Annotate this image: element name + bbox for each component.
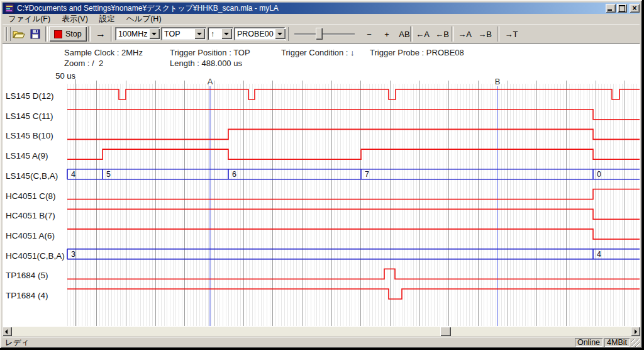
- sample-clock-combo[interactable]: 100MHz: [115, 27, 160, 40]
- stop-label: Stop: [65, 30, 82, 38]
- stop-icon: [54, 30, 62, 38]
- status-memory: 4MBit: [604, 338, 630, 347]
- menu-settings[interactable]: 設定: [94, 13, 121, 25]
- slider-track: [294, 33, 355, 35]
- signal-trace: [67, 110, 640, 120]
- zoom-slider[interactable]: [293, 27, 356, 41]
- app-icon: [4, 3, 14, 13]
- channel-label: LS145(C,B,A): [6, 171, 58, 181]
- sample-clock-value: 100MHz: [118, 30, 148, 38]
- horizontal-scrollbar[interactable]: [3, 327, 640, 336]
- channel-label: LS145 A(9): [6, 151, 48, 161]
- bus-value: 4: [71, 170, 75, 179]
- goto-marker-a-right-button[interactable]: →A: [455, 27, 474, 41]
- status-message: レディ: [3, 337, 575, 348]
- signal-trace: [67, 229, 640, 239]
- goto-trigger-button[interactable]: →T: [502, 27, 521, 41]
- right-arrow-icon: [635, 329, 637, 334]
- channel-label: HC4051(C,B,A): [6, 251, 65, 261]
- signal-trace: [67, 149, 640, 159]
- channel-label: LS145 B(10): [6, 131, 53, 140]
- signal-trace: [67, 289, 640, 299]
- toolbar-separator: [410, 26, 413, 42]
- title-bar: C:¥Documents and Settings¥noname¥デスクトップ¥…: [3, 3, 640, 14]
- close-button[interactable]: ×: [630, 4, 640, 13]
- signal-trace: [67, 269, 640, 279]
- status-online: Online: [575, 338, 602, 347]
- scroll-right-button[interactable]: [631, 327, 640, 336]
- save-floppy-icon: [30, 29, 40, 39]
- maximize-icon: [619, 5, 625, 12]
- channel-label: HC4051 A(6): [6, 231, 55, 240]
- bus-value: 0: [597, 170, 601, 179]
- bus-value: 3: [71, 250, 75, 259]
- toolbar-grip: [8, 27, 11, 41]
- menu-bar: ファイル(F) 表示(V) 設定 ヘルプ(H): [3, 14, 640, 24]
- dropdown-arrow-icon[interactable]: [275, 28, 286, 39]
- signal-trace: [67, 129, 640, 139]
- probe-combo[interactable]: PROBE00: [234, 27, 285, 40]
- trigger-position-value: TOP: [164, 30, 193, 38]
- scrollbar-thumb[interactable]: [440, 327, 451, 336]
- goto-marker-a-left-button[interactable]: ←A: [413, 27, 432, 41]
- minimize-button[interactable]: [606, 4, 616, 13]
- signal-trace: [67, 189, 640, 200]
- toolbar-separator: [497, 26, 499, 42]
- marker-label: A: [208, 77, 213, 86]
- channel-label: HC4051 B(7): [6, 211, 55, 220]
- signal-trace: [67, 209, 640, 219]
- bus-value: 6: [232, 170, 236, 179]
- maximize-button[interactable]: [617, 4, 627, 13]
- channel-label: LS145 C(11): [6, 111, 53, 121]
- toolbar-separator: [88, 26, 91, 42]
- toolbar-grip: [4, 27, 7, 41]
- save-button[interactable]: [28, 27, 43, 41]
- scroll-left-button[interactable]: [3, 327, 12, 336]
- signal-trace: [67, 89, 640, 99]
- run-button[interactable]: →: [93, 27, 108, 41]
- bus-value: 4: [597, 250, 601, 259]
- zoom-in-button[interactable]: +: [379, 27, 395, 41]
- dropdown-arrow-icon[interactable]: [149, 28, 160, 39]
- goto-marker-b-left-button[interactable]: ←B: [433, 27, 452, 41]
- toolbar-separator: [111, 26, 113, 42]
- app-window: C:¥Documents and Settings¥noname¥デスクトップ¥…: [0, 0, 642, 348]
- status-bar: レディ Online 4MBit: [3, 337, 640, 347]
- menu-file[interactable]: ファイル(F): [3, 13, 56, 25]
- open-button[interactable]: [11, 27, 26, 41]
- window-title: C:¥Documents and Settings¥noname¥デスクトップ¥…: [17, 3, 604, 14]
- slider-thumb[interactable]: [316, 28, 323, 40]
- resize-grip[interactable]: [631, 339, 640, 347]
- menu-view[interactable]: 表示(V): [56, 13, 94, 25]
- bus-value: 7: [365, 170, 369, 179]
- close-icon: ×: [632, 5, 636, 11]
- trigger-edge-combo[interactable]: ↑: [208, 27, 233, 40]
- channel-label: LS145 D(12): [6, 91, 54, 101]
- toolbar-separator: [45, 26, 48, 42]
- trigger-position-combo[interactable]: TOP: [161, 27, 206, 40]
- minimize-icon: [608, 9, 612, 11]
- waveform-canvas[interactable]: 50 usABLS145 D(12)LS145 C(11)LS145 B(10)…: [3, 44, 640, 327]
- bus-value: 5: [106, 170, 111, 179]
- open-folder-icon: [13, 29, 25, 39]
- toolbar-separator: [452, 26, 454, 42]
- toolbar-grip: [286, 27, 289, 41]
- time-scale-label: 50 us: [55, 71, 75, 81]
- channel-label: TP1684 (4): [6, 291, 48, 300]
- waveform-panel: Sample Clock : 2MHz Trigger Position : T…: [3, 44, 640, 327]
- dropdown-arrow-icon[interactable]: [194, 28, 205, 39]
- menu-help[interactable]: ヘルプ(H): [121, 13, 167, 25]
- dropdown-arrow-icon[interactable]: [221, 28, 232, 39]
- zoom-out-button[interactable]: −: [361, 27, 377, 41]
- tool-bar: Stop → 100MHz TOP ↑ PROBE00 − + AB: [3, 25, 640, 44]
- channel-label: HC4051 C(8): [6, 191, 56, 201]
- left-arrow-icon: [5, 329, 8, 334]
- goto-marker-b-right-button[interactable]: →B: [475, 27, 494, 41]
- probe-value: PROBE00: [237, 30, 274, 38]
- marker-label: B: [495, 77, 501, 86]
- stop-button[interactable]: Stop: [49, 26, 87, 42]
- channel-label: TP1684 (5): [6, 271, 48, 280]
- trigger-edge-value: ↑: [211, 30, 220, 38]
